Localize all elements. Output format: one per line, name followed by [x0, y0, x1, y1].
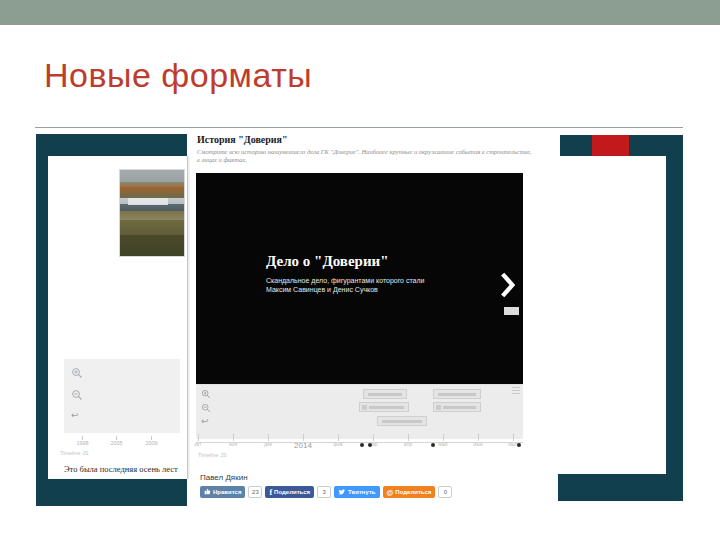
axis-tick-year: 2014: [293, 434, 313, 450]
zoom-out-button[interactable]: [201, 403, 211, 415]
site-frame-right: [666, 135, 683, 501]
axis-tick: фев: [328, 434, 348, 447]
thumb-up-icon: [204, 488, 211, 496]
event-photo-icon: [436, 405, 441, 410]
site-logo-red[interactable]: [592, 135, 629, 156]
media-slide-title: Дело о "Доверии": [266, 253, 389, 270]
media-slide: Дело о "Доверии" Скандальное дело, фигур…: [196, 173, 523, 384]
facebook-f-icon: f: [269, 488, 272, 497]
mini-timeline-axis: 1998 2005 2009: [48, 436, 187, 450]
facebook-share-count: 3: [317, 486, 331, 498]
timeline-event-dot[interactable]: [368, 443, 372, 447]
axis-tick: ноя: [223, 434, 243, 447]
zoom-in-button[interactable]: [71, 367, 83, 381]
photo-building: [128, 198, 168, 205]
media-subtitle-line1: Скандальное дело, фигурантами которого с…: [266, 277, 424, 284]
previous-page-panel: ↩ 1998 2005 2009 Timeline JS Это была по…: [48, 156, 188, 479]
timeline-event-flag[interactable]: [433, 402, 481, 412]
article-subtitle: Смотрите всю историю нашумевшего дела ГК…: [197, 148, 542, 164]
axis-tick: апр: [398, 434, 418, 447]
magnifier-plus-icon: [201, 391, 211, 401]
return-arrow-icon: ↩: [71, 410, 79, 420]
axis-tick: дек: [258, 434, 278, 447]
timeline-event-flag[interactable]: [363, 389, 407, 399]
share-buttons-row: Нравится 23 f Поделиться 3 Твитнуть @ По…: [200, 486, 452, 498]
timeline-attribution[interactable]: Timeline JS: [60, 450, 89, 456]
mini-timeline-panel: ↩: [64, 359, 180, 433]
article-caption: Это была последняя осень лест: [64, 464, 186, 474]
axis-tick: июн: [468, 434, 488, 447]
magnifier-plus-icon: [71, 371, 83, 381]
at-sign-icon: @: [387, 489, 394, 496]
return-arrow-icon: ↩: [201, 416, 209, 426]
slide-header-band: [0, 0, 720, 25]
timeline-event-dot[interactable]: [431, 443, 435, 447]
mailru-share-button[interactable]: @ Поделиться: [383, 486, 436, 498]
article-subtitle-line2: в лицах и фактах.: [197, 156, 247, 163]
chevron-right-icon: [499, 286, 515, 301]
facebook-share-button[interactable]: f Поделиться: [265, 486, 314, 498]
site-frame-bottom-left: [36, 479, 187, 506]
twitter-bird-icon: [338, 488, 346, 496]
presentation-slide: Новые форматы История "Доверия" Смотрите…: [0, 0, 720, 540]
axis-tick-label: 2009: [144, 440, 159, 446]
axis-tick-label: 2005: [109, 440, 124, 446]
event-photo-icon: [362, 405, 367, 410]
media-subtitle-line2: Максим Савинцев и Денис Сучков: [266, 286, 378, 293]
article-photo: [119, 169, 185, 257]
back-button[interactable]: ↩: [201, 417, 209, 426]
timeline-event-flag[interactable]: [433, 389, 481, 399]
article-heading: История "Доверия": [197, 134, 288, 145]
slide-title: Новые форматы: [44, 56, 312, 95]
timeline-event-dot[interactable]: [517, 443, 521, 447]
site-frame-top-left: [36, 134, 187, 156]
timeline-event-dot[interactable]: [360, 443, 364, 447]
zoom-in-button[interactable]: [201, 389, 211, 401]
back-button[interactable]: ↩: [71, 411, 79, 420]
axis-tick: окт: [188, 434, 208, 447]
scrollbar-grip[interactable]: [512, 387, 520, 395]
vk-like-button[interactable]: Нравится: [200, 486, 245, 498]
site-frame-bottom-right: [558, 474, 683, 501]
author-name: Павел Дякин: [200, 473, 248, 482]
twitter-tweet-button[interactable]: Твитнуть: [334, 486, 379, 498]
zoom-out-button[interactable]: [71, 389, 83, 403]
mailru-share-count: 0: [438, 486, 452, 498]
article-subtitle-line1: Смотрите всю историю нашумевшего дела ГК…: [197, 148, 532, 155]
website-screenshot: История "Доверия" Смотрите всю историю н…: [35, 127, 683, 506]
timeline-navigation: ↩: [196, 384, 523, 439]
magnifier-minus-icon: [201, 405, 211, 415]
slide-nav-thumb: [504, 307, 519, 315]
site-frame-left: [36, 134, 48, 479]
timeline-event-flag[interactable]: [377, 416, 427, 426]
next-slide-button[interactable]: [497, 271, 517, 301]
media-slide-subtitle: Скандальное дело, фигурантами которого с…: [266, 276, 424, 294]
axis-tick-label: 1998: [75, 440, 90, 446]
timeline-attribution[interactable]: Timeline JS: [198, 452, 227, 458]
axis-tick: мар: [363, 434, 383, 447]
article-page: История "Доверия" Смотрите всю историю н…: [187, 128, 666, 506]
axis-tick: май: [433, 434, 453, 447]
vk-like-count: 23: [248, 486, 262, 498]
magnifier-minus-icon: [71, 393, 83, 403]
timeline-event-flag[interactable]: [359, 402, 409, 412]
